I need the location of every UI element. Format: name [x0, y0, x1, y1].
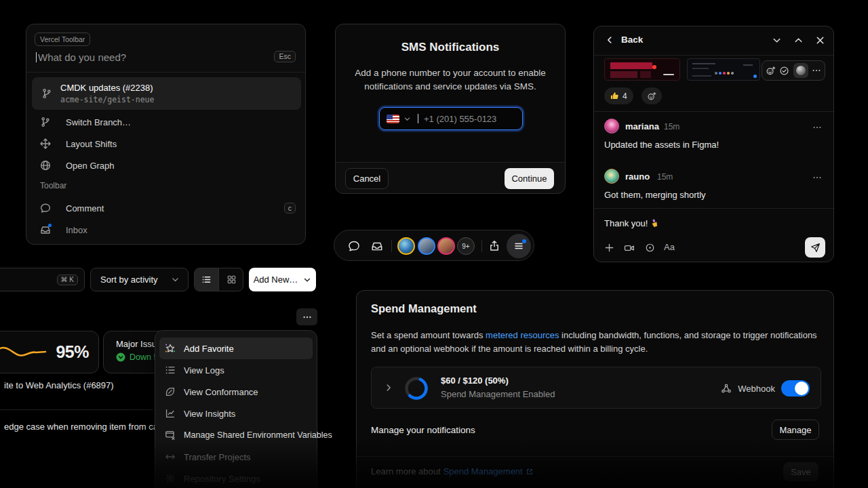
menu-item-transfer-projects[interactable]: Transfer Projects	[155, 446, 317, 468]
vercel-toolbar-pill: 9+	[334, 230, 534, 261]
panel-footer-note: Learn more about Spend Management	[371, 466, 534, 476]
send-button[interactable]	[805, 237, 825, 258]
notification-dot	[522, 239, 526, 243]
esc-key[interactable]: Esc	[274, 51, 296, 62]
menu-item-manage-env-vars[interactable]: Manage Shared Environment Variables	[155, 424, 317, 446]
comment-text: Got them, merging shortly	[604, 190, 706, 200]
add-reaction-icon[interactable]	[766, 66, 776, 76]
text-format-button[interactable]: Aa	[664, 242, 675, 252]
menu-item-label: Repository Settings	[184, 474, 260, 484]
reaction-count: 4	[623, 92, 627, 101]
collapse-down-icon[interactable]	[772, 35, 782, 45]
comment-text: Updated the assets in Figma!	[604, 140, 719, 150]
comment-shortcut-key: c	[284, 203, 296, 214]
avatar[interactable]	[397, 237, 415, 255]
uptime-card[interactable]: 95%	[0, 331, 99, 373]
comment-more-icon[interactable]	[812, 173, 822, 182]
comment-icon	[40, 203, 51, 214]
notification-dot	[48, 224, 52, 227]
attach-plus-icon[interactable]	[604, 243, 614, 253]
video-icon[interactable]	[624, 243, 635, 253]
menu-item-add-favorite[interactable]: Add Favorite	[159, 338, 313, 359]
attachment-thumbnail-dashboard[interactable]	[687, 58, 760, 81]
list-view-button[interactable]	[195, 268, 219, 291]
attachment-thumbnail-design[interactable]	[604, 58, 680, 81]
divider	[26, 72, 305, 73]
resolve-check-icon[interactable]	[779, 66, 789, 76]
menu-item-view-conformance[interactable]: View Conformance	[155, 381, 317, 403]
spend-management-link[interactable]: Spend Management	[443, 466, 523, 476]
chevron-right-icon[interactable]	[384, 383, 393, 392]
comment-more-icon[interactable]	[812, 123, 822, 132]
favorite-star-icon	[165, 343, 176, 354]
result-title: CMDK updates (#2238)	[60, 83, 153, 93]
menu-item-label: View Conformance	[184, 387, 258, 397]
command-input[interactable]: What do you need?	[36, 50, 126, 64]
palette-result-switch-branch[interactable]: Switch Branch…	[40, 111, 296, 133]
palette-result-open-graph[interactable]: Open Graph	[40, 155, 296, 176]
phone-input[interactable]: +1 (201) 555-0123	[379, 107, 523, 130]
menu-item-view-logs[interactable]: View Logs	[155, 359, 317, 381]
nail-polish-emoji	[650, 219, 659, 228]
comments-panel: Back	[593, 26, 834, 262]
avatar[interactable]	[437, 237, 455, 255]
menu-item-label: View Logs	[184, 365, 224, 375]
thumbs-up-emoji	[610, 92, 619, 100]
avatar[interactable]	[604, 169, 619, 184]
comment-author[interactable]: rauno	[625, 171, 650, 182]
globe-icon	[40, 160, 51, 171]
share-icon[interactable]	[488, 240, 500, 252]
sort-select[interactable]: Sort by activity	[90, 268, 189, 291]
vercel-feature-collage: Vercel Toolbar What do you need? Esc CMD…	[0, 0, 868, 488]
chevron-down-icon[interactable]	[403, 115, 411, 123]
uptime-value: 95%	[56, 342, 89, 362]
comment-pin-dot	[652, 65, 656, 69]
cancel-button[interactable]: Cancel	[345, 168, 389, 189]
menu-item-label: Manage Shared Environment Variables	[184, 430, 332, 440]
palette-result-layout-shifts[interactable]: Layout Shifts	[40, 133, 296, 155]
continue-button[interactable]: Continue	[505, 168, 554, 189]
inbox-icon[interactable]	[371, 240, 383, 252]
grid-view-button[interactable]	[219, 268, 243, 291]
back-label: Back	[621, 35, 643, 45]
result-label: Open Graph	[66, 161, 115, 171]
screen-capture-icon[interactable]	[645, 243, 655, 253]
git-branch-icon	[40, 117, 51, 127]
webhook-toggle[interactable]	[781, 380, 810, 396]
composer-input[interactable]: Thank you!	[604, 218, 659, 228]
menu-item-view-insights[interactable]: View Insights	[155, 403, 317, 424]
spend-management-panel: Spend Management Set a spend amount towa…	[356, 290, 834, 488]
palette-item-inbox[interactable]: Inbox	[40, 219, 296, 241]
avatar[interactable]	[604, 119, 619, 134]
avatar[interactable]	[418, 237, 435, 255]
manage-button[interactable]: Manage	[772, 420, 819, 440]
webhook-icon	[721, 383, 732, 394]
sphere-icon[interactable]	[793, 63, 808, 78]
save-button[interactable]: Save	[783, 462, 818, 481]
command-palette: Vercel Toolbar What do you need? Esc CMD…	[26, 24, 306, 245]
palette-result-cmdk-updates[interactable]: CMDK updates (#2238) acme-site/geist-neu…	[32, 77, 301, 110]
project-context-menu: Add Favorite View Logs View Conformance …	[155, 330, 317, 488]
result-label: Switch Branch…	[66, 117, 131, 127]
reaction-action-bar	[762, 60, 825, 81]
overflow-avatars-badge[interactable]: 9+	[457, 237, 475, 255]
phone-placeholder: +1 (201) 555-0123	[424, 114, 496, 124]
toolbar-menu-button[interactable]	[507, 234, 531, 258]
palette-item-comment[interactable]: Comment c	[40, 197, 296, 219]
back-button[interactable]: Back	[605, 35, 643, 45]
add-new-button[interactable]: Add New…	[249, 268, 316, 291]
search-input[interactable]: ⌘ K	[0, 268, 85, 291]
spend-summary-card[interactable]: $60 / $120 (50%) Spend Management Enable…	[371, 367, 821, 409]
collapse-up-icon[interactable]	[793, 35, 804, 45]
thumbs-up-reaction-pill[interactable]: 4	[604, 87, 633, 104]
text-caret	[36, 52, 37, 62]
us-flag-icon	[387, 115, 399, 123]
more-icon[interactable]	[812, 66, 821, 75]
project-more-button[interactable]	[296, 308, 317, 325]
comment-icon[interactable]	[348, 240, 360, 252]
add-reaction-pill[interactable]	[642, 87, 662, 104]
metered-resources-link[interactable]: metered resources	[486, 330, 559, 340]
comment-author[interactable]: mariana	[625, 121, 659, 131]
close-icon[interactable]	[815, 35, 825, 45]
menu-item-repository-settings[interactable]: Repository Settings	[155, 468, 317, 488]
